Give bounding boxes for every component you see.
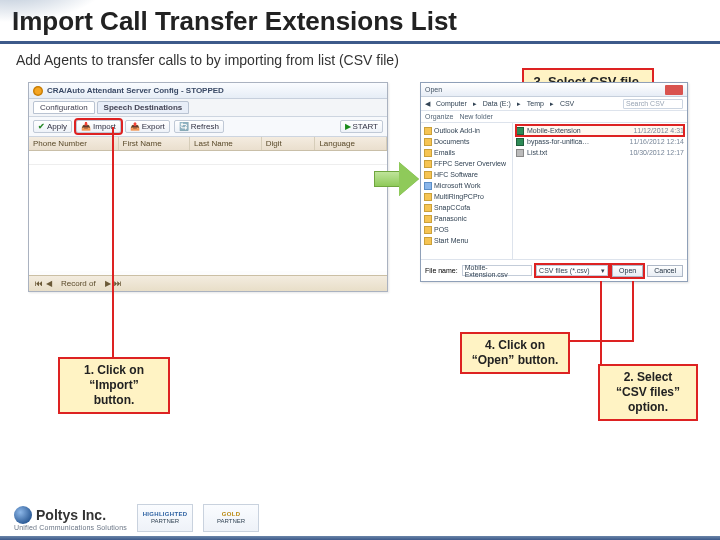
record-nav[interactable]: ⏮ ◀ bbox=[35, 279, 53, 288]
tree-item[interactable]: Outlook Add-in bbox=[423, 125, 510, 136]
chevron-down-icon: ▾ bbox=[601, 267, 605, 275]
export-button[interactable]: 📤Export bbox=[125, 120, 170, 133]
export-icon: 📤 bbox=[130, 122, 140, 131]
tree-item[interactable]: Microsoft Work bbox=[423, 180, 510, 191]
tree-label: POS bbox=[434, 224, 449, 235]
app-title: CRA/Auto Attendant Server Config - STOPP… bbox=[47, 86, 224, 95]
tree-item[interactable]: Emails bbox=[423, 147, 510, 158]
tree-item[interactable]: Start Menu bbox=[423, 235, 510, 246]
start-button[interactable]: ▶START bbox=[340, 120, 383, 133]
refresh-label: Refresh bbox=[191, 122, 219, 131]
tab-speech-destinations[interactable]: Speech Destinations bbox=[97, 101, 190, 114]
partner-badge-gold: GOLD PARTNER bbox=[203, 504, 259, 532]
callout-step-2: 2. Select “CSV files” option. bbox=[598, 364, 698, 421]
tree-label: MultiRingPCPro bbox=[434, 191, 484, 202]
file-name: bypass-for-unifica… bbox=[527, 136, 589, 147]
filename-field[interactable]: Mobile-Extension.csv bbox=[462, 265, 532, 276]
col-language[interactable]: Language bbox=[315, 137, 387, 150]
file-row[interactable]: bypass-for-unifica…11/16/2012 12:14 bbox=[516, 136, 684, 147]
col-last[interactable]: Last Name bbox=[190, 137, 262, 150]
partner-badge-highlighted: HIGHLIGHTED PARTNER bbox=[137, 504, 193, 532]
file-date: 10/30/2012 12:17 bbox=[630, 147, 685, 158]
tree-label: Panasonic bbox=[434, 213, 467, 224]
folder-icon bbox=[424, 127, 432, 135]
file-date: 11/12/2012 4:31 bbox=[633, 125, 684, 136]
folder-icon bbox=[424, 237, 432, 245]
next-icon[interactable]: ▶ bbox=[104, 279, 112, 288]
col-digit[interactable]: Digit bbox=[262, 137, 316, 150]
record-label: Record of bbox=[61, 279, 96, 288]
csv-icon bbox=[516, 127, 524, 135]
tree-label: Outlook Add-in bbox=[434, 125, 480, 136]
search-placeholder: Search CSV bbox=[626, 100, 665, 107]
filetype-combo[interactable]: CSV files (*.csv)▾ bbox=[536, 265, 608, 276]
play-icon: ▶ bbox=[345, 122, 351, 131]
folder-icon bbox=[424, 226, 432, 234]
tree-item[interactable]: POS bbox=[423, 224, 510, 235]
dialog-breadcrumb[interactable]: ◀ Computer▸ Data (E:)▸ Temp▸ CSV Search … bbox=[421, 97, 687, 111]
tree-item[interactable]: Panasonic bbox=[423, 213, 510, 224]
badge-line2: PARTNER bbox=[151, 518, 179, 525]
bottom-rule bbox=[0, 536, 720, 540]
txt-icon bbox=[516, 149, 524, 157]
file-name: List.txt bbox=[527, 147, 547, 158]
first-icon[interactable]: ⏮ bbox=[35, 279, 43, 288]
folder-icon bbox=[424, 182, 432, 190]
file-date: 11/16/2012 12:14 bbox=[630, 136, 685, 147]
file-list[interactable]: Mobile-Extension11/12/2012 4:31 bypass-f… bbox=[513, 123, 687, 259]
newfolder-button[interactable]: New folder bbox=[459, 113, 492, 120]
cancel-button[interactable]: Cancel bbox=[647, 265, 683, 277]
import-icon: 📥 bbox=[81, 122, 91, 131]
col-phone[interactable]: Phone Number bbox=[29, 137, 119, 150]
app-icon bbox=[33, 86, 43, 96]
tree-item[interactable]: HFC Software bbox=[423, 169, 510, 180]
crumb-computer[interactable]: Computer bbox=[434, 100, 469, 107]
tab-configuration[interactable]: Configuration bbox=[33, 101, 95, 114]
csv-icon bbox=[516, 138, 524, 146]
globe-icon bbox=[14, 506, 32, 524]
crumb-temp[interactable]: Temp bbox=[525, 100, 546, 107]
back-icon[interactable]: ◀ bbox=[425, 100, 430, 108]
instruction-canvas: 3. Select CSV file. CRA/Auto Attendant S… bbox=[0, 74, 720, 494]
last-icon[interactable]: ⏭ bbox=[114, 279, 122, 288]
prev-icon[interactable]: ◀ bbox=[45, 279, 53, 288]
crumb-drive[interactable]: Data (E:) bbox=[481, 100, 513, 107]
folder-icon bbox=[424, 149, 432, 157]
title-bar: Import Call Transfer Extensions List bbox=[0, 0, 720, 44]
tree-item[interactable]: FFPC Server Overview bbox=[423, 158, 510, 169]
tree-label: Start Menu bbox=[434, 235, 468, 246]
table-row[interactable] bbox=[29, 151, 387, 165]
crumb-csv[interactable]: CSV bbox=[558, 100, 576, 107]
tree-item[interactable]: SnapCCofa bbox=[423, 202, 510, 213]
file-row-selected[interactable]: Mobile-Extension11/12/2012 4:31 bbox=[516, 125, 684, 136]
callout-2-line bbox=[600, 281, 602, 364]
refresh-icon: 🔄 bbox=[179, 122, 189, 131]
file-name: Mobile-Extension bbox=[527, 125, 581, 136]
refresh-button[interactable]: 🔄Refresh bbox=[174, 120, 224, 133]
col-first[interactable]: First Name bbox=[119, 137, 191, 150]
tree-label: SnapCCofa bbox=[434, 202, 470, 213]
folder-icon bbox=[424, 204, 432, 212]
app-window: CRA/Auto Attendant Server Config - STOPP… bbox=[28, 82, 388, 292]
folder-icon bbox=[424, 160, 432, 168]
file-row[interactable]: List.txt10/30/2012 12:17 bbox=[516, 147, 684, 158]
apply-button[interactable]: ✔Apply bbox=[33, 120, 72, 133]
badge-line1: GOLD bbox=[222, 511, 241, 518]
badge-line1: HIGHLIGHTED bbox=[143, 511, 188, 518]
open-button[interactable]: Open bbox=[612, 265, 643, 277]
dialog-titlebar: Open bbox=[421, 83, 687, 97]
folder-icon bbox=[424, 215, 432, 223]
organize-button[interactable]: Organize bbox=[425, 113, 453, 120]
app-titlebar: CRA/Auto Attendant Server Config - STOPP… bbox=[29, 83, 387, 99]
tree-item[interactable]: Documents bbox=[423, 136, 510, 147]
folder-icon bbox=[424, 171, 432, 179]
app-statusbar: ⏮ ◀ Record of ▶ ⏭ bbox=[29, 275, 387, 291]
folder-tree[interactable]: Outlook Add-in Documents Emails FFPC Ser… bbox=[421, 123, 513, 259]
search-input[interactable]: Search CSV bbox=[623, 99, 683, 109]
dialog-toolbar: Organize New folder bbox=[421, 111, 687, 123]
folder-icon bbox=[424, 138, 432, 146]
app-tabs: Configuration Speech Destinations bbox=[29, 99, 387, 117]
tree-item[interactable]: MultiRingPCPro bbox=[423, 191, 510, 202]
close-icon[interactable] bbox=[665, 85, 683, 95]
filename-label: File name: bbox=[425, 267, 458, 274]
